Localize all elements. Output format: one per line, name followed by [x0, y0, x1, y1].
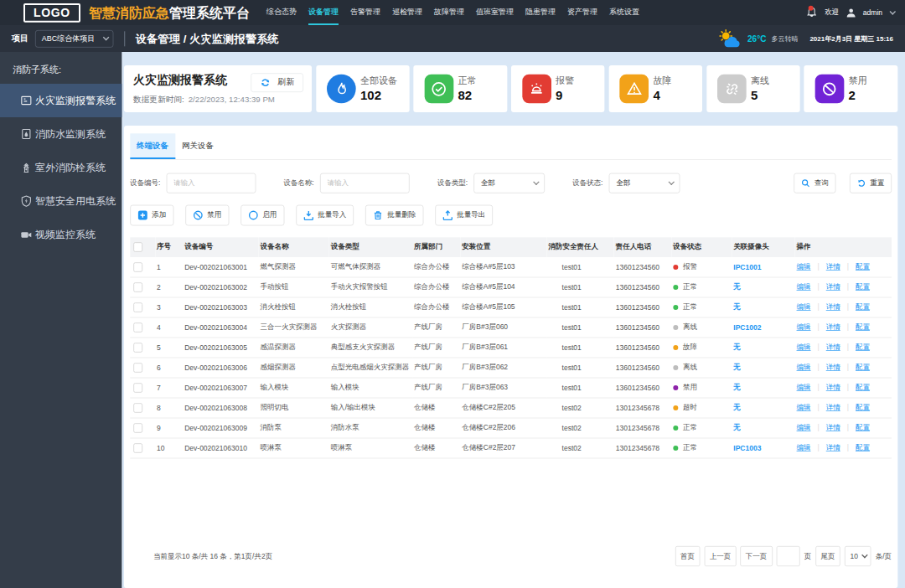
first-page-button[interactable]: 首页	[675, 546, 701, 566]
action-button-0[interactable]: 添加	[130, 204, 173, 225]
op-link-0[interactable]: 编辑	[797, 403, 811, 411]
op-link-0[interactable]: 编辑	[797, 343, 811, 351]
device-no-input[interactable]	[166, 173, 256, 193]
brand-rest: 管理系统平台	[169, 5, 250, 20]
cell-name: 感温探测器	[258, 338, 328, 358]
nav-item-5[interactable]: 值班室管理	[476, 0, 514, 25]
op-link-0[interactable]: 编辑	[797, 322, 811, 331]
op-link-2[interactable]: 配置	[856, 343, 870, 351]
nav-item-7[interactable]: 资产管理	[567, 0, 597, 25]
op-link-1[interactable]: 详情	[826, 443, 840, 451]
op-link-0[interactable]: 编辑	[797, 423, 811, 431]
op-link-2[interactable]: 配置	[856, 282, 870, 291]
row-checkbox[interactable]	[133, 384, 142, 393]
op-link-2[interactable]: 配置	[856, 363, 870, 371]
device-status-label: 设备状态:	[572, 178, 602, 188]
device-type-select[interactable]: 全部	[473, 173, 545, 193]
nav-item-4[interactable]: 故障管理	[434, 0, 464, 25]
prev-page-button[interactable]: 上一页	[704, 546, 736, 566]
tab-0[interactable]: 终端设备	[130, 133, 175, 159]
project-select[interactable]: ABC综合体项目	[35, 30, 113, 48]
op-link-1[interactable]: 详情	[826, 383, 840, 391]
action-button-5[interactable]: 批量导出	[435, 204, 493, 225]
row-checkbox[interactable]	[133, 283, 142, 292]
row-checkbox[interactable]	[133, 303, 142, 312]
reset-button[interactable]: 重置	[850, 173, 892, 193]
row-checkbox[interactable]	[133, 404, 142, 413]
op-link-0[interactable]: 编辑	[797, 363, 811, 371]
row-checkbox[interactable]	[133, 364, 142, 373]
op-link-1[interactable]: 详情	[826, 363, 840, 371]
action-button-3[interactable]: 批量导入	[296, 204, 354, 225]
op-link-0[interactable]: 编辑	[797, 443, 811, 451]
nav-item-2[interactable]: 告警管理	[350, 0, 380, 25]
op-link-1[interactable]: 详情	[826, 343, 840, 351]
sidebar-item-0[interactable]: 火灾监测报警系统	[0, 84, 122, 117]
sidebar-item-4[interactable]: 视频监控系统	[0, 218, 122, 251]
last-page-button[interactable]: 尾页	[815, 546, 840, 566]
op-link-2[interactable]: 配置	[856, 322, 870, 331]
stat-card-3: 故障4	[609, 65, 703, 112]
op-link-2[interactable]: 配置	[856, 403, 870, 411]
username[interactable]: admin	[863, 8, 882, 17]
op-link-1[interactable]: 详情	[826, 282, 840, 291]
op-link-0[interactable]: 编辑	[797, 262, 811, 271]
nav-item-6[interactable]: 隐患管理	[525, 0, 556, 25]
nav-item-1[interactable]: 设备管理	[308, 0, 339, 25]
op-link-1[interactable]: 详情	[826, 423, 840, 431]
op-link-2[interactable]: 配置	[856, 262, 870, 271]
nav-item-3[interactable]: 巡检管理	[392, 0, 422, 25]
cell-dept: 产线厂房	[412, 317, 460, 338]
nav-item-8[interactable]: 系统设置	[609, 0, 639, 25]
action-button-1[interactable]: 禁用	[185, 204, 229, 225]
stat-card-4: 离线5	[706, 65, 800, 112]
export-icon	[442, 209, 453, 220]
bell-icon[interactable]	[805, 7, 818, 19]
cell-dept: 综合办公楼	[412, 297, 460, 317]
op-link-1[interactable]: 详情	[826, 302, 840, 311]
op-link-2[interactable]: 配置	[856, 383, 870, 391]
device-name-input[interactable]	[320, 173, 410, 193]
op-link-0[interactable]: 编辑	[797, 282, 811, 291]
action-button-2[interactable]: 启用	[240, 204, 284, 225]
sidebar-item-1[interactable]: 消防水监测系统	[0, 117, 122, 151]
nav-item-0[interactable]: 综合态势	[266, 0, 297, 25]
delete-icon	[373, 209, 384, 220]
user-menu-chevron-icon[interactable]	[889, 8, 895, 14]
op-link-2[interactable]: 配置	[856, 443, 870, 451]
next-page-button[interactable]: 下一页	[741, 546, 773, 566]
row-checkbox[interactable]	[133, 262, 142, 271]
select-all-checkbox[interactable]	[133, 243, 142, 252]
table-row: 10Dev-002021063010喷淋泵喷淋泵仓储楼仓储楼C#2层207tes…	[130, 438, 892, 458]
tab-1[interactable]: 网关设备	[175, 133, 220, 159]
device-status-select[interactable]: 全部	[608, 173, 680, 193]
cell-camera: 无	[732, 297, 794, 317]
op-link-1[interactable]: 详情	[826, 262, 840, 271]
op-link-1[interactable]: 详情	[826, 322, 840, 331]
search-button[interactable]: 查询	[794, 173, 835, 193]
action-button-4[interactable]: 批量删除	[365, 204, 423, 225]
top-bar: LOGO 智慧消防应急管理系统平台 综合态势设备管理告警管理巡检管理故障管理值班…	[0, 0, 905, 25]
brand-title: 智慧消防应急管理系统平台	[89, 3, 250, 21]
row-checkbox[interactable]	[133, 323, 142, 333]
refresh-button[interactable]: 刷新	[251, 73, 303, 92]
op-link-2[interactable]: 配置	[856, 423, 870, 431]
page-size-select[interactable]: 10	[845, 546, 871, 566]
op-link-1[interactable]: 详情	[826, 403, 840, 411]
row-checkbox[interactable]	[133, 343, 142, 353]
fire-alarm-monitor-icon	[20, 94, 33, 106]
page-number-input[interactable]	[777, 546, 800, 566]
op-link-0[interactable]: 编辑	[797, 383, 811, 391]
op-link-2[interactable]: 配置	[856, 302, 870, 311]
page-size-chevron-icon	[861, 552, 867, 558]
cell-camera[interactable]: IPC1001	[732, 257, 794, 277]
cell-location: 仓储楼C#2层205	[460, 398, 546, 418]
op-link-0[interactable]: 编辑	[797, 302, 811, 311]
row-checkbox[interactable]	[133, 424, 142, 433]
row-checkbox[interactable]	[133, 444, 142, 453]
cell-camera[interactable]: IPC1002	[732, 317, 794, 338]
cell-camera[interactable]: IPC1003	[732, 438, 794, 458]
sidebar-item-3[interactable]: 智慧安全用电系统	[0, 184, 122, 218]
sidebar-item-2[interactable]: 室外消防栓系统	[0, 151, 122, 184]
cell-type: 手动火灾报警按钮	[329, 277, 412, 297]
